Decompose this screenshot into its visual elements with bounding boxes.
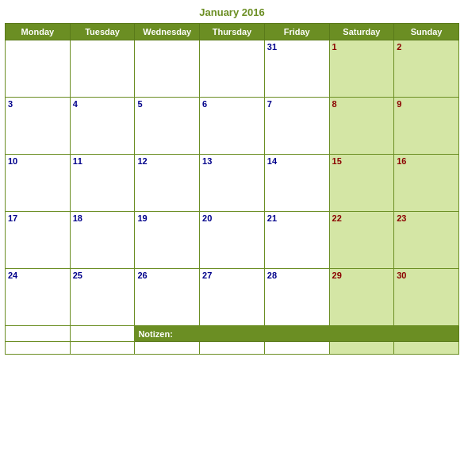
table-cell-bottom [6, 342, 71, 355]
header-sunday: Sunday [394, 24, 459, 40]
day-number: 14 [267, 156, 277, 166]
table-cell: 1 [329, 40, 394, 98]
day-number: 9 [397, 99, 401, 109]
calendar-title: January 2016 [5, 6, 459, 18]
day-number: 30 [397, 271, 406, 280]
table-cell-bottom [200, 342, 265, 355]
table-cell [200, 40, 265, 98]
bottom-row [6, 342, 459, 355]
table-cell: 28 [264, 269, 329, 326]
week-row-4: 17 18 19 20 21 22 23 [6, 212, 459, 269]
day-number: 24 [8, 271, 17, 280]
table-cell [135, 40, 200, 98]
table-cell: 20 [200, 212, 265, 269]
day-number: 13 [202, 156, 212, 166]
day-number: 27 [202, 271, 212, 280]
table-cell: 7 [264, 98, 329, 155]
week-row-5: 24 25 26 27 28 29 30 [6, 269, 459, 326]
day-number: 17 [8, 213, 17, 223]
table-cell: 11 [70, 155, 135, 212]
table-cell-bottom [135, 342, 200, 355]
table-cell [6, 40, 71, 98]
table-cell: 16 [394, 155, 459, 212]
day-number: 16 [397, 156, 406, 166]
day-number: 8 [332, 99, 337, 109]
table-cell: 5 [135, 98, 200, 155]
day-number: 29 [332, 271, 342, 280]
day-number: 15 [332, 156, 342, 166]
table-cell: 14 [264, 155, 329, 212]
day-number: 25 [73, 271, 82, 280]
day-number: 12 [137, 156, 147, 166]
table-cell-blank [6, 326, 71, 342]
table-cell: 17 [6, 212, 71, 269]
notes-row: Notizen: [6, 326, 459, 342]
table-cell: 18 [70, 212, 135, 269]
day-number: 20 [202, 213, 212, 223]
table-cell: 9 [394, 98, 459, 155]
table-cell-bottom [394, 342, 459, 355]
table-cell-bottom [70, 342, 135, 355]
calendar-wrapper: January 2016 Monday Tuesday Wednesday Th… [0, 0, 464, 359]
table-cell: 25 [70, 269, 135, 326]
table-cell: 10 [6, 155, 71, 212]
table-cell: 23 [394, 212, 459, 269]
table-cell: 27 [200, 269, 265, 326]
table-cell: 4 [70, 98, 135, 155]
day-number: 10 [8, 156, 17, 166]
day-number: 5 [137, 99, 142, 109]
day-number: 4 [73, 99, 78, 109]
day-number: 3 [8, 99, 13, 109]
table-cell: 15 [329, 155, 394, 212]
day-number: 6 [202, 99, 207, 109]
table-cell: 12 [135, 155, 200, 212]
header-tuesday: Tuesday [70, 24, 135, 40]
week-row-1: 31 1 2 [6, 40, 459, 98]
table-cell-bottom [329, 342, 394, 355]
day-number: 26 [137, 271, 147, 280]
table-cell: 30 [394, 269, 459, 326]
calendar-table: Monday Tuesday Wednesday Thursday Friday… [5, 23, 459, 355]
table-cell: 2 [394, 40, 459, 98]
day-number: 19 [137, 213, 147, 223]
table-cell: 31 [264, 40, 329, 98]
header-monday: Monday [6, 24, 71, 40]
table-cell: 19 [135, 212, 200, 269]
table-cell: 6 [200, 98, 265, 155]
table-cell [70, 40, 135, 98]
table-cell: 8 [329, 98, 394, 155]
notes-cell: Notizen: [135, 326, 459, 342]
day-number: 2 [397, 42, 401, 52]
table-cell: 24 [6, 269, 71, 326]
header-friday: Friday [264, 24, 329, 40]
table-cell-bottom [264, 342, 329, 355]
header-saturday: Saturday [329, 24, 394, 40]
header-thursday: Thursday [200, 24, 265, 40]
header-wednesday: Wednesday [135, 24, 200, 40]
notes-label: Notizen: [138, 329, 172, 339]
table-cell: 13 [200, 155, 265, 212]
day-number: 7 [267, 99, 272, 109]
day-number: 22 [332, 213, 342, 223]
week-row-2: 3 4 5 6 7 8 9 [6, 98, 459, 155]
table-cell: 21 [264, 212, 329, 269]
day-number: 23 [397, 213, 406, 223]
day-number: 21 [267, 213, 277, 223]
table-cell: 22 [329, 212, 394, 269]
table-cell: 3 [6, 98, 71, 155]
header-row: Monday Tuesday Wednesday Thursday Friday… [6, 24, 459, 40]
day-number: 28 [267, 271, 277, 280]
day-number: 31 [267, 42, 277, 52]
table-cell: 29 [329, 269, 394, 326]
day-number: 11 [73, 156, 82, 166]
week-row-3: 10 11 12 13 14 15 16 [6, 155, 459, 212]
day-number: 1 [332, 42, 337, 52]
table-cell-blank [70, 326, 135, 342]
table-cell: 26 [135, 269, 200, 326]
day-number: 18 [73, 213, 82, 223]
